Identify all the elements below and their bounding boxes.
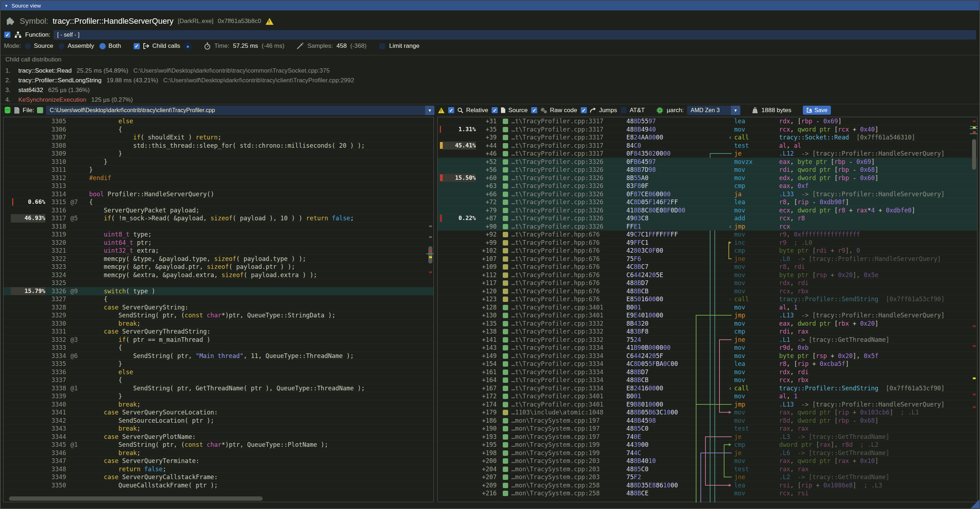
asm-source-location[interactable]: …t\TracyProfiler.hpp:676 <box>511 271 600 279</box>
asm-row[interactable]: +107…t\TracyProfiler.hpp:67675F6jne.L0 -… <box>438 255 977 263</box>
asm-offset[interactable]: +72 <box>475 198 496 206</box>
asm-offset[interactable]: +204 <box>475 465 496 473</box>
asm-mnemonic[interactable]: jne <box>734 255 745 263</box>
source-row[interactable]: 3336else <box>3 368 433 376</box>
asm-mnemonic[interactable]: mov <box>734 279 745 287</box>
asm-mnemonic[interactable]: mov <box>734 417 745 425</box>
asm-mnemonic[interactable]: mov <box>734 206 745 215</box>
child-call-item[interactable]: 4.KeSynchronizeExecution125 µs (0.27%) <box>5 95 975 103</box>
source-row[interactable]: 3349case ServerQueryCallstackFrame: <box>3 473 433 481</box>
asm-source-location[interactable]: …t\TracyProfiler.hpp:676 <box>511 295 600 304</box>
line-number[interactable]: 3350 <box>38 481 66 490</box>
asm-row[interactable]: +195…mon\TracySystem.cpp:199443900cmpdwo… <box>438 441 977 449</box>
assembly-vertical-scrollbar[interactable] <box>971 118 977 501</box>
asm-source-location[interactable]: …mon\TracySystem.cpp:258 <box>511 489 600 498</box>
asm-source-location[interactable]: …t\TracyProfiler.cpp:3326 <box>511 214 603 223</box>
asm-row[interactable]: +200…mon\TracySystem.cpp:203488B4010movr… <box>438 457 977 465</box>
asm-row[interactable]: +128…t\TracyProfiler.cpp:3401B001moval, … <box>438 304 977 312</box>
asm-source-location[interactable]: …t\TracyProfiler.cpp:3317 <box>511 126 603 134</box>
function-select[interactable]: [ - self - ] <box>54 30 976 40</box>
line-number[interactable]: 3349 <box>38 473 66 481</box>
asm-mnemonic[interactable]: jne <box>734 473 745 481</box>
source-horizontal-scrollbar[interactable] <box>4 496 427 501</box>
asm-row[interactable]: +52…t\TracyProfiler.cpp:33260FB64597movz… <box>438 158 977 166</box>
asm-row[interactable]: +123…t\TracyProfiler.hpp:676E850160000ca… <box>438 295 977 304</box>
asm-row[interactable]: +161…t\TracyProfiler.cpp:3334488BD7movrd… <box>438 368 977 376</box>
asm-row[interactable]: +90…t\TracyProfiler.cpp:3326FFE1jmp‹rcx <box>438 223 977 231</box>
save-button[interactable]: Save <box>803 106 831 115</box>
asm-offset[interactable]: +112 <box>475 271 496 279</box>
asm-row[interactable]: +174…t\TracyProfiler.cpp:3401E9B8010000j… <box>438 401 977 409</box>
asm-mnemonic[interactable]: test <box>734 142 749 150</box>
source-row[interactable]: 3314bool Profiler::HandleServerQuery() <box>3 190 433 199</box>
asm-mnemonic[interactable]: mov <box>734 408 745 417</box>
asm-source-location[interactable]: …t\TracyProfiler.cpp:3401 <box>511 401 603 409</box>
att-toggle[interactable]: AT&T <box>620 107 645 114</box>
source-row[interactable]: 3313 <box>3 182 433 190</box>
source-row[interactable]: 3306{ <box>3 126 433 134</box>
asm-offset[interactable]: +172 <box>475 392 496 401</box>
line-number[interactable]: 3340 <box>38 401 66 409</box>
asm-mnemonic[interactable]: mov <box>734 271 745 279</box>
source-row[interactable]: 3348return false; <box>3 465 433 473</box>
source-row[interactable]: 15.79%3326@9switch( type ) <box>3 287 433 296</box>
line-number[interactable]: 3335 <box>38 360 66 368</box>
source-row[interactable]: 46.93%3317@5if( !m_sock->Read( &payload,… <box>3 214 433 223</box>
asm-offset[interactable]: +102 <box>475 247 496 255</box>
source-row[interactable]: 3316ServerQueryPacket payload; <box>3 206 433 215</box>
mode-radio-source[interactable]: Source <box>24 43 53 49</box>
asm-row[interactable]: +92…t\TracyProfiler.hpp:67649C7C1FFFFFFF… <box>438 231 977 239</box>
mode-radio-both[interactable]: Both <box>99 43 121 49</box>
asm-row[interactable]: +138…t\TracyProfiler.cpp:3332483BF8cmprd… <box>438 328 977 336</box>
line-number[interactable]: 3322 <box>38 255 66 263</box>
line-number[interactable]: 3306 <box>38 126 66 134</box>
asm-source-location[interactable]: …t\TracyProfiler.cpp:3401 <box>511 304 603 312</box>
source-row[interactable]: 3324memcpy( &extra, &payload.extra, size… <box>3 271 433 279</box>
line-number[interactable]: 3341 <box>38 408 66 417</box>
asm-offset[interactable]: +79 <box>475 206 496 215</box>
scrollbar-thumb[interactable] <box>9 496 263 501</box>
asm-offset[interactable]: +117 <box>475 279 496 287</box>
asm-mnemonic[interactable]: lea <box>734 481 745 490</box>
line-number[interactable]: 3344 <box>38 433 66 441</box>
file-select[interactable]: C:\Users\wolf\Desktop\darkrl\contrib\tra… <box>46 106 434 115</box>
asm-source-location[interactable]: …t\TracyProfiler.cpp:3334 <box>511 376 603 384</box>
asm-offset[interactable]: +164 <box>475 376 496 384</box>
line-number[interactable]: 3320 <box>38 239 66 247</box>
source-row[interactable]: 3337{ <box>3 376 433 384</box>
asm-mnemonic[interactable]: jmp <box>734 401 745 409</box>
source-row[interactable]: 3323memcpy( &ptr, &payload.ptr, sizeof( … <box>3 263 433 271</box>
source-row[interactable]: 3330break; <box>3 320 433 328</box>
source-row[interactable]: 3331case ServerQueryThreadString: <box>3 328 433 336</box>
source-row[interactable]: 3322memcpy( &type, &payload.type, sizeof… <box>3 255 433 263</box>
asm-source-location[interactable]: …mon\TracySystem.cpp:203 <box>511 473 600 481</box>
line-number[interactable]: 3342 <box>38 417 66 425</box>
asm-source-location[interactable]: …t\TracyProfiler.cpp:3326 <box>511 166 603 174</box>
asm-offset[interactable]: +216 <box>475 489 496 498</box>
asm-mnemonic[interactable]: jmp <box>734 311 745 320</box>
line-number[interactable]: 3309 <box>38 150 66 158</box>
source-row[interactable]: 3327{ <box>3 295 433 304</box>
asm-source-location[interactable]: …t\TracyProfiler.cpp:3326 <box>511 223 603 231</box>
asm-row[interactable]: +216…mon\TracySystem.cpp:258488BCEmovrcx… <box>438 489 977 498</box>
line-number[interactable]: 3337 <box>38 376 66 384</box>
source-toggle[interactable]: Source <box>491 107 528 114</box>
asm-offset[interactable]: +167 <box>475 384 496 393</box>
asm-source-location[interactable]: …t\TracyProfiler.cpp:3401 <box>511 311 603 320</box>
line-number[interactable]: 3347 <box>38 457 66 465</box>
radio-icon[interactable] <box>24 43 31 49</box>
asm-offset[interactable]: +195 <box>475 441 496 449</box>
source-row[interactable]: 3341case ServerQuerySourceLocation: <box>3 408 433 417</box>
line-number[interactable]: 3316 <box>38 206 66 215</box>
asm-offset[interactable]: +138 <box>475 328 496 336</box>
line-number[interactable]: 3331 <box>38 328 66 336</box>
jumps-checkbox[interactable] <box>581 107 587 114</box>
asm-source-location[interactable]: …t\TracyProfiler.cpp:3332 <box>511 320 603 328</box>
asm-source-location[interactable]: …t\TracyProfiler.hpp:676 <box>511 231 600 239</box>
source-row[interactable]: 3342SendSourceLocation( ptr ); <box>3 417 433 425</box>
asm-source-location[interactable]: …t\TracyProfiler.cpp:3317 <box>511 117 603 126</box>
relative-toggle[interactable]: Relative <box>448 107 488 114</box>
jumps-toggle[interactable]: Jumps <box>581 107 617 114</box>
asm-row[interactable]: +39…t\TracyProfiler.cpp:3317E824AA0000ca… <box>438 134 977 142</box>
asm-row[interactable]: +167…t\TracyProfiler.cpp:3334E824160000c… <box>438 384 977 393</box>
